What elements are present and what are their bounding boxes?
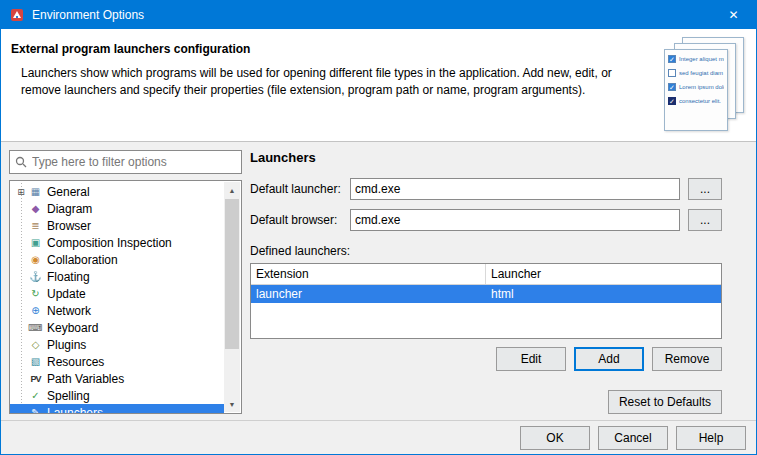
panel-title: Launchers [250,150,722,165]
edit-button[interactable]: Edit [496,347,566,371]
checkbox-checked-icon: ✓ [668,55,676,63]
general-icon: ▦ [28,186,43,197]
spelling-icon: ✓ [28,390,43,401]
path-variables-icon: PV [28,374,43,384]
illustration-line: consectetur elit. [679,98,721,104]
sidebar-item-label: Path Variables [47,372,124,386]
table-header-row: Extension Launcher [251,264,721,285]
sidebar-item-resources[interactable]: ▧ Resources [10,353,224,370]
cell-extension: launcher [251,285,486,303]
sidebar-item-label: Network [47,304,91,318]
title-bar: Environment Options ✕ [1,1,756,29]
options-sidebar: ⊞ ▦ General ◆ Diagram ≣ Browser [9,150,242,414]
default-launcher-label: Default launcher: [250,182,350,196]
sidebar-item-network[interactable]: ⊕ Network [10,302,224,319]
sidebar-item-label: Floating [47,270,90,284]
sidebar-item-composition-inspection[interactable]: ▣ Composition Inspection [10,234,224,251]
update-icon: ↻ [28,288,43,299]
sidebar-item-floating[interactable]: ⚓ Floating [10,268,224,285]
checkbox-unchecked-icon [668,69,676,77]
page-title: External program launchers configuration [11,42,756,56]
default-browser-label: Default browser: [250,213,350,227]
browser-icon: ≣ [28,220,43,231]
ok-button[interactable]: OK [520,426,590,450]
sidebar-item-label: General [47,185,90,199]
sidebar-item-keyboard[interactable]: ⌨ Keyboard [10,319,224,336]
sidebar-item-label: Browser [47,219,91,233]
page-description: Launchers show which programs will be us… [21,65,621,100]
sidebar-item-label: Spelling [47,389,90,403]
reset-row: Reset to Defaults [250,390,722,414]
default-launcher-row: Default launcher: ... [250,178,722,200]
default-browser-row: Default browser: ... [250,209,722,231]
search-icon [15,156,27,168]
sidebar-item-label: Resources [47,355,104,369]
plugins-icon: ◇ [28,339,43,350]
sidebar-item-diagram[interactable]: ◆ Diagram [10,200,224,217]
sidebar-item-label: Diagram [47,202,92,216]
window-title: Environment Options [32,8,144,22]
reset-to-defaults-button[interactable]: Reset to Defaults [608,390,722,414]
column-header-extension[interactable]: Extension [251,264,486,284]
sidebar-item-label: Composition Inspection [47,236,172,250]
illustration-line: Integer aliquet mollis [679,56,724,62]
checkbox-checked-icon: ✓ [668,83,676,91]
environment-options-dialog: Environment Options ✕ External program l… [0,0,757,455]
collaboration-icon: ◉ [28,254,43,265]
defined-launchers-label: Defined launchers: [250,244,722,258]
default-browser-browse-button[interactable]: ... [688,209,722,231]
launchers-panel: Launchers Default launcher: ... Default … [250,150,748,414]
network-icon: ⊕ [28,305,43,316]
table-actions: Edit Add Remove [250,347,722,371]
cancel-button[interactable]: Cancel [598,426,668,450]
filter-box[interactable] [9,150,242,174]
keyboard-icon: ⌨ [28,322,43,333]
remove-button[interactable]: Remove [652,347,722,371]
illustration-line: sed feugiat diam et. [679,70,724,76]
filter-input[interactable] [32,155,236,169]
composition-inspection-icon: ▣ [28,237,43,248]
default-launcher-browse-button[interactable]: ... [688,178,722,200]
cell-launcher: html [486,285,721,303]
sidebar-item-path-variables[interactable]: PV Path Variables [10,370,224,387]
scrollbar-thumb[interactable] [225,199,239,349]
resources-icon: ▧ [28,356,43,367]
help-button[interactable]: Help [676,426,746,450]
defined-launchers-table: Extension Launcher launcher html [250,263,722,339]
floating-icon: ⚓ [28,271,43,282]
diagram-icon: ◆ [28,203,43,214]
launchers-illustration: ✓ Integer aliquet mollis sed feugiat dia… [649,37,744,137]
default-browser-field[interactable] [350,209,680,231]
illustration-line: Lorem ipsum dolor [679,84,724,90]
column-header-launcher[interactable]: Launcher [486,264,721,284]
sidebar-item-label: Launchers [47,406,103,414]
sidebar-item-general[interactable]: ⊞ ▦ General [10,183,224,200]
close-button[interactable]: ✕ [711,1,756,29]
checkbox-checked-icon: ✓ [668,97,676,105]
sidebar-item-spelling[interactable]: ✓ Spelling [10,387,224,404]
sidebar-item-plugins[interactable]: ◇ Plugins [10,336,224,353]
sidebar-item-label: Keyboard [47,321,98,335]
sidebar-item-label: Plugins [47,338,86,352]
header: External program launchers configuration… [1,29,756,142]
sidebar-item-label: Collaboration [47,253,118,267]
sidebar-item-collaboration[interactable]: ◉ Collaboration [10,251,224,268]
table-row[interactable]: launcher html [251,285,721,303]
app-icon [9,7,25,23]
tree-scrollbar[interactable]: ▲ ▼ [224,182,240,412]
options-tree: ⊞ ▦ General ◆ Diagram ≣ Browser [9,180,242,414]
sidebar-item-launchers[interactable]: ✎ Launchers [10,404,224,413]
add-button[interactable]: Add [574,347,644,371]
dialog-footer: OK Cancel Help [1,420,756,454]
sidebar-item-update[interactable]: ↻ Update [10,285,224,302]
scroll-up-icon[interactable]: ▲ [224,182,240,198]
sidebar-item-label: Update [47,287,86,301]
sidebar-item-browser[interactable]: ≣ Browser [10,217,224,234]
content-area: ⊞ ▦ General ◆ Diagram ≣ Browser [1,142,756,422]
default-launcher-field[interactable] [350,178,680,200]
launchers-icon: ✎ [28,407,43,413]
scroll-down-icon[interactable]: ▼ [224,396,240,412]
expand-icon[interactable]: ⊞ [14,187,28,197]
illustration-page: ✓ Integer aliquet mollis sed feugiat dia… [664,49,728,131]
